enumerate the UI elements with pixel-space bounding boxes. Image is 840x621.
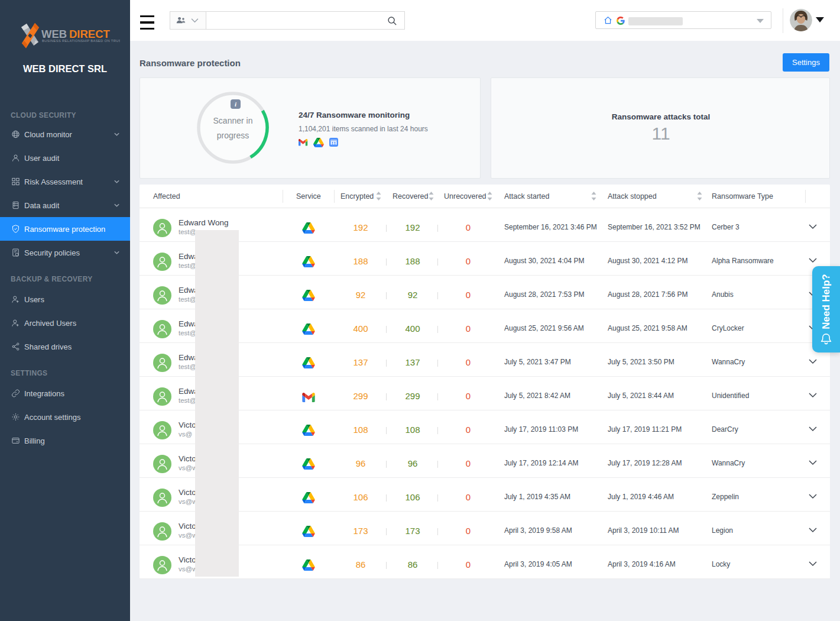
svg-text:WEB: WEB xyxy=(41,28,67,40)
svg-text:DIRECT: DIRECT xyxy=(69,28,111,40)
svg-text:BUSINESS RELATIONSHIP BASED ON: BUSINESS RELATIONSHIP BASED ON TRUST xyxy=(42,39,120,43)
